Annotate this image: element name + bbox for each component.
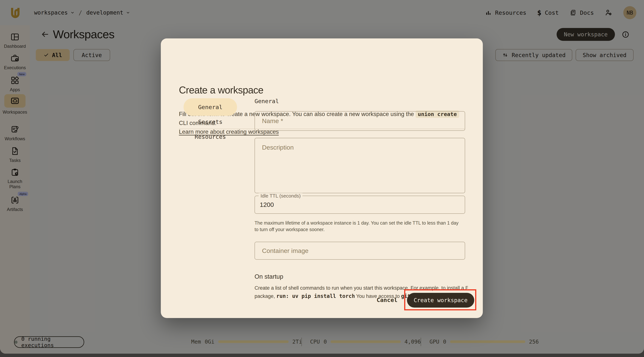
modal-title: Create a workspace xyxy=(179,84,263,96)
on-startup-heading: On startup xyxy=(254,273,283,280)
form-section-heading: General xyxy=(254,98,279,105)
create-workspace-button[interactable]: Create workspace xyxy=(407,293,474,307)
name-input[interactable] xyxy=(254,111,465,131)
idle-ttl-helper-text: The maximum lifetime of a workspace inst… xyxy=(254,220,463,233)
screen: workspaces / development Resources $ xyxy=(0,0,644,357)
cancel-button[interactable]: Cancel xyxy=(376,296,398,303)
container-image-input[interactable] xyxy=(254,242,465,260)
idle-ttl-field: Idle TTL (seconds) xyxy=(254,196,465,214)
description-textarea[interactable] xyxy=(254,138,465,193)
startup-text-line1: Create a list of shell commands to run w… xyxy=(254,284,468,292)
create-workspace-modal: Create a workspace Fill out the form to … xyxy=(161,39,483,318)
shell-command-code: run: uv pip install torch xyxy=(276,293,355,299)
tab-resources[interactable]: Resources xyxy=(184,128,237,146)
idle-ttl-label: Idle TTL (seconds) xyxy=(259,193,302,199)
